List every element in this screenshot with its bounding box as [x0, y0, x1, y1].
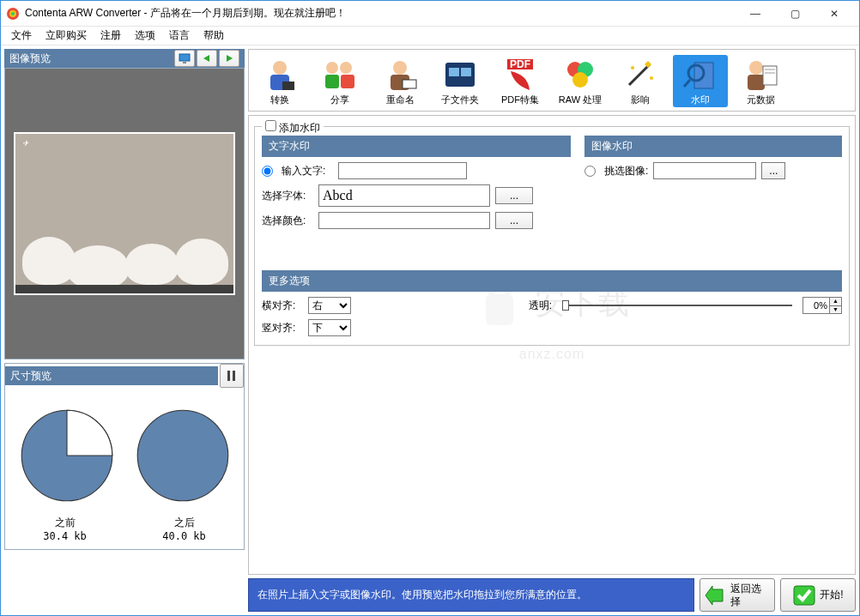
pause-icon [227, 371, 236, 381]
app-icon [6, 7, 20, 21]
pie-before [20, 408, 114, 503]
svg-rect-6 [233, 371, 235, 381]
tool-convert[interactable]: 转换 [252, 55, 307, 107]
svg-rect-15 [341, 75, 354, 88]
people-icon [319, 57, 360, 93]
menu-help[interactable]: 帮助 [197, 27, 231, 45]
monitor-icon [179, 53, 191, 63]
image-watermark-radio[interactable] [584, 166, 596, 177]
menu-buy[interactable]: 立即购买 [39, 27, 94, 45]
titlebar: Contenta ARW Converter - 产品将在一个月期后到期。现在就… [1, 1, 859, 27]
tool-effect[interactable]: 影响 [613, 55, 668, 107]
font-sample-field[interactable] [318, 184, 490, 207]
preview-prev-button[interactable] [197, 50, 217, 67]
svg-rect-35 [763, 66, 777, 85]
image-browse-button[interactable]: ... [761, 162, 785, 179]
svg-point-8 [137, 410, 228, 501]
after-label: 之后 [137, 516, 232, 530]
image-preview-area: ✈ [4, 68, 245, 359]
toolbar: 转换 分享 重命名 子文件夹 PDF PDF特集 RAW 处理 [248, 49, 856, 112]
person-camera-icon [259, 57, 300, 93]
tool-rename[interactable]: 重命名 [372, 55, 427, 107]
menu-register[interactable]: 注册 [94, 27, 128, 45]
tool-subfolder[interactable]: 子文件夹 [433, 55, 488, 107]
image-path-input[interactable] [653, 162, 756, 179]
watermark-text-input[interactable] [338, 162, 467, 179]
preview-next-button[interactable] [219, 50, 239, 67]
svg-rect-21 [461, 68, 471, 76]
svg-point-13 [340, 62, 352, 74]
opacity-value[interactable] [803, 300, 829, 311]
left-panel: 图像预览 ✈ 尺寸预览 [4, 49, 245, 612]
person-tag-icon [379, 57, 421, 93]
menu-language[interactable]: 语言 [162, 27, 197, 45]
text-watermark-title: 文字水印 [262, 136, 571, 157]
svg-point-29 [650, 76, 653, 80]
more-options-title: 更多选项 [262, 270, 842, 292]
back-button[interactable]: 返回选择 [700, 578, 775, 612]
image-watermark-title: 图像水印 [584, 136, 842, 157]
size-pause-button[interactable] [220, 364, 244, 388]
rgb-balls-icon [560, 57, 601, 93]
preview-display-button[interactable] [174, 50, 195, 67]
svg-rect-20 [449, 68, 459, 76]
before-size: 30.4 kb [18, 530, 112, 542]
add-watermark-group: 添加水印 文字水印 输入文字: 选择字体: ... [254, 126, 850, 346]
minimize-button[interactable]: — [736, 1, 775, 27]
svg-line-32 [684, 80, 690, 87]
svg-text:PDF: PDF [510, 58, 530, 70]
image-preview-header: 图像预览 [4, 49, 245, 68]
svg-rect-18 [403, 80, 416, 88]
input-text-label: 输入文字: [282, 164, 333, 178]
size-preview-title: 尺寸预览 [10, 369, 213, 383]
menu-file[interactable]: 文件 [4, 27, 39, 45]
maximize-button[interactable]: ▢ [775, 1, 815, 27]
image-preview-title: 图像预览 [9, 51, 173, 66]
text-watermark-radio[interactable] [262, 166, 273, 177]
color-browse-button[interactable]: ... [495, 212, 533, 229]
svg-point-2 [11, 12, 15, 15]
svg-rect-34 [748, 75, 765, 90]
size-preview-header: 尺寸预览 [5, 366, 218, 385]
opacity-spinner[interactable]: ▲▼ [802, 297, 842, 314]
select-font-label: 选择字体: [262, 189, 313, 203]
svg-point-12 [326, 62, 338, 74]
svg-rect-3 [179, 54, 190, 61]
svg-rect-5 [227, 371, 230, 381]
close-button[interactable]: ✕ [815, 1, 854, 27]
back-button-label: 返回选择 [730, 583, 771, 607]
after-size: 40.0 kb [137, 530, 232, 542]
tool-raw[interactable]: RAW 处理 [553, 55, 608, 107]
window-title: Contenta ARW Converter - 产品将在一个月期后到期。现在就… [25, 6, 346, 21]
color-field[interactable] [318, 212, 490, 229]
halign-select[interactable]: 右 [308, 297, 351, 314]
font-browse-button[interactable]: ... [495, 187, 533, 204]
folder-photos-icon [439, 57, 481, 93]
tool-watermark[interactable]: 水印 [673, 55, 728, 107]
menubar: 文件 立即购买 注册 选项 语言 帮助 [1, 27, 859, 45]
opacity-label: 透明: [529, 299, 552, 313]
content-area: 安下载anxz.com 添加水印 文字水印 输入文字: [248, 115, 856, 575]
magnifier-doc-icon [680, 57, 721, 93]
wand-icon [620, 57, 661, 93]
checkmark-icon [792, 584, 816, 607]
opacity-slider[interactable] [562, 305, 792, 306]
person-news-icon [740, 57, 781, 93]
tool-pdf[interactable]: PDF PDF特集 [493, 55, 548, 107]
arrow-left-icon [201, 54, 213, 63]
pdf-icon: PDF [500, 57, 541, 93]
tool-metadata[interactable]: 元数据 [733, 55, 788, 107]
svg-point-26 [572, 72, 588, 88]
add-watermark-checkbox[interactable] [265, 120, 276, 131]
start-button[interactable]: 开始! [780, 578, 856, 612]
valign-select[interactable]: 下 [308, 319, 351, 336]
svg-point-28 [631, 66, 634, 69]
tool-share[interactable]: 分享 [312, 55, 367, 107]
info-bar: 在照片上插入文字或图像水印。使用预览把水印拖拉到您所满意的位置。 [248, 578, 694, 612]
svg-rect-11 [282, 82, 294, 90]
valign-label: 竖对齐: [262, 321, 303, 335]
add-watermark-label: 添加水印 [279, 122, 320, 134]
menu-options[interactable]: 选项 [128, 27, 162, 45]
pie-row [5, 388, 244, 516]
halign-label: 横对齐: [262, 299, 303, 313]
